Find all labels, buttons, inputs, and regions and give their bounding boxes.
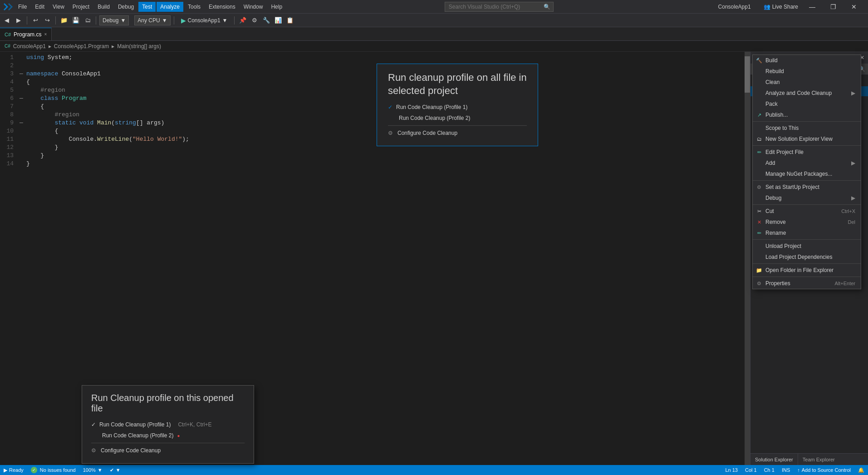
code-line: 11 Console.WriteLine("Hello World!");: [0, 135, 750, 143]
ctx-load-dependencies[interactable]: Load Project Dependencies: [753, 252, 861, 262]
rename-icon: ✏: [755, 230, 763, 236]
ctx-analyze-cleanup[interactable]: Analyze and Code Cleanup ▶: [753, 88, 861, 99]
menu-debug[interactable]: Debug: [114, 2, 137, 12]
ctx-publish[interactable]: ↗ Publish...: [753, 109, 861, 120]
toolbar-extra-4[interactable]: 📊: [273, 15, 283, 25]
zoom-arrow-icon: ▼: [98, 467, 103, 473]
menu-test[interactable]: Test: [138, 2, 156, 12]
ctx-add[interactable]: Add ▶: [753, 158, 861, 168]
code-line: 14 }: [0, 160, 750, 168]
source-control-icon: ↑: [797, 467, 800, 473]
status-zoom[interactable]: 100% ▼: [83, 467, 103, 473]
ctx-properties[interactable]: ⚙ Properties Alt+Enter: [753, 278, 861, 289]
se-tab-team-explorer[interactable]: Team Explorer: [798, 454, 839, 465]
tooltip-item-3: ⚙ Configure Code Cleanup: [388, 128, 527, 139]
code-line: 3 — namespace ConsoleApp1: [0, 70, 750, 78]
ctx-remove[interactable]: ✕ Remove Del: [753, 217, 861, 228]
menu-tools[interactable]: Tools: [184, 2, 204, 12]
menu-edit[interactable]: Edit: [31, 2, 48, 12]
breadcrumb-sep1: ▸: [49, 43, 51, 49]
app-title: ConsoleApp1: [718, 4, 751, 10]
menu-view[interactable]: View: [49, 2, 68, 12]
cleanup-item-2: Run Code Cleanup (Profile 2) ●: [91, 430, 245, 441]
toolbar-extra-1[interactable]: 📌: [238, 15, 248, 25]
code-line: 8 #region: [0, 111, 750, 119]
se-bottom-tabs: Solution Explorer Team Explorer: [750, 453, 868, 465]
ctx-new-se-view[interactable]: 🗂 New Solution Explorer View: [753, 134, 861, 144]
menu-analyze[interactable]: Analyze: [157, 2, 183, 12]
tab-close-button[interactable]: ×: [44, 32, 47, 37]
notification-icon[interactable]: 🔔: [858, 467, 864, 473]
arrow-icon: ▶: [851, 90, 855, 96]
ctx-sep-3: [753, 180, 861, 181]
ctx-unload-project[interactable]: Unload Project: [753, 241, 861, 252]
cleanup-item-3: ⚙ Configure Code Cleanup: [91, 445, 245, 456]
restore-button[interactable]: ❐: [823, 0, 843, 14]
ctx-clean[interactable]: Clean: [753, 77, 861, 88]
ctx-cut[interactable]: ✂ Cut Ctrl+X: [753, 206, 861, 217]
toolbar-forward[interactable]: ▶: [14, 15, 24, 25]
ctx-debug[interactable]: Debug ▶: [753, 193, 861, 203]
editor-scrollbar[interactable]: [745, 52, 750, 465]
debug-config-dropdown[interactable]: Debug ▼: [99, 15, 129, 25]
minimize-button[interactable]: —: [802, 0, 823, 14]
menu-bar: File Edit View Project Build Debug Test …: [15, 2, 286, 12]
toolbar-redo[interactable]: ↪: [42, 15, 52, 25]
platform-dropdown[interactable]: Any CPU ▼: [134, 15, 170, 25]
menu-help[interactable]: Help: [267, 2, 286, 12]
search-input[interactable]: [445, 2, 554, 12]
live-share-button[interactable]: 👥 Live Share: [760, 4, 802, 10]
app-logo: [4, 2, 13, 11]
menu-window[interactable]: Window: [240, 2, 267, 12]
ctx-rebuild[interactable]: Rebuild: [753, 66, 861, 77]
ctx-manage-nuget[interactable]: Manage NuGet Packages...: [753, 168, 861, 179]
search-icon: 🔍: [544, 4, 550, 10]
check1-icon: ✓: [91, 421, 96, 428]
run-button[interactable]: ▶ ConsoleApp1 ▼: [177, 15, 231, 25]
se-tab-solution-explorer[interactable]: Solution Explorer: [750, 454, 798, 465]
toolbar-extra-2[interactable]: ⚙: [250, 15, 260, 25]
breadcrumb-part2[interactable]: ConsoleApp1.Program: [54, 43, 109, 49]
toolbar-open[interactable]: 📁: [59, 15, 69, 25]
menu-file[interactable]: File: [15, 2, 30, 12]
code-line: 4 {: [0, 78, 750, 86]
toolbar-extra-3[interactable]: 🔧: [261, 15, 271, 25]
close-button[interactable]: ✕: [843, 0, 864, 14]
ctx-open-folder[interactable]: 📁 Open Folder in File Explorer: [753, 265, 861, 276]
cleanup-icon: ✔: [110, 467, 114, 473]
breadcrumb-icon: C#: [5, 44, 10, 49]
add-source-control-button[interactable]: ↑ Add to Source Control: [797, 467, 851, 473]
ready-icon: ▶: [4, 467, 7, 473]
breadcrumb-part1[interactable]: ConsoleApp1: [13, 43, 46, 49]
toolbar-extra-5[interactable]: 📋: [285, 15, 295, 25]
menu-project[interactable]: Project: [69, 2, 93, 12]
startup-icon: ⚙: [755, 184, 763, 190]
ctx-build[interactable]: 🔨 Build: [753, 55, 861, 66]
ctx-rename[interactable]: ✏ Rename: [753, 228, 861, 238]
tab-program-cs[interactable]: C# Program.cs ×: [0, 28, 52, 40]
ctx-sep-6: [753, 263, 861, 264]
ctx-set-startup[interactable]: ⚙ Set as StartUp Project: [753, 182, 861, 193]
status-issues[interactable]: ✓ No issues found: [31, 467, 76, 473]
ctx-edit-project-file[interactable]: ✏ Edit Project File: [753, 147, 861, 158]
toolbar-sep-2: [55, 16, 56, 25]
menu-build[interactable]: Build: [94, 2, 113, 12]
toolbar-back[interactable]: ◀: [2, 15, 12, 25]
breadcrumb-part3[interactable]: Main(string[] args): [117, 43, 161, 49]
toolbar-platform-sep: [131, 15, 132, 25]
cleanup-item-1: ✓ Run Code Cleanup (Profile 1) Ctrl+K, C…: [91, 419, 245, 430]
gear2-icon: ⚙: [91, 447, 96, 454]
status-cleanup-icon[interactable]: ✔ ▼: [110, 467, 121, 473]
cs-file-icon: C#: [5, 32, 11, 37]
scrollbar-thumb[interactable]: [745, 56, 750, 93]
ctx-sep-2: [753, 145, 861, 146]
toolbar-save[interactable]: 💾: [71, 15, 81, 25]
ctx-scope-to-this[interactable]: Scope to This: [753, 123, 861, 134]
toolbar-undo[interactable]: ↩: [30, 15, 40, 25]
menu-extensions[interactable]: Extensions: [205, 2, 239, 12]
ctx-pack[interactable]: Pack: [753, 99, 861, 109]
toolbar-sep-4: [174, 16, 174, 25]
cleanup-sep: [91, 443, 245, 443]
ctx-sep-5: [753, 239, 861, 240]
toolbar-save-all[interactable]: 🗂: [83, 15, 93, 25]
